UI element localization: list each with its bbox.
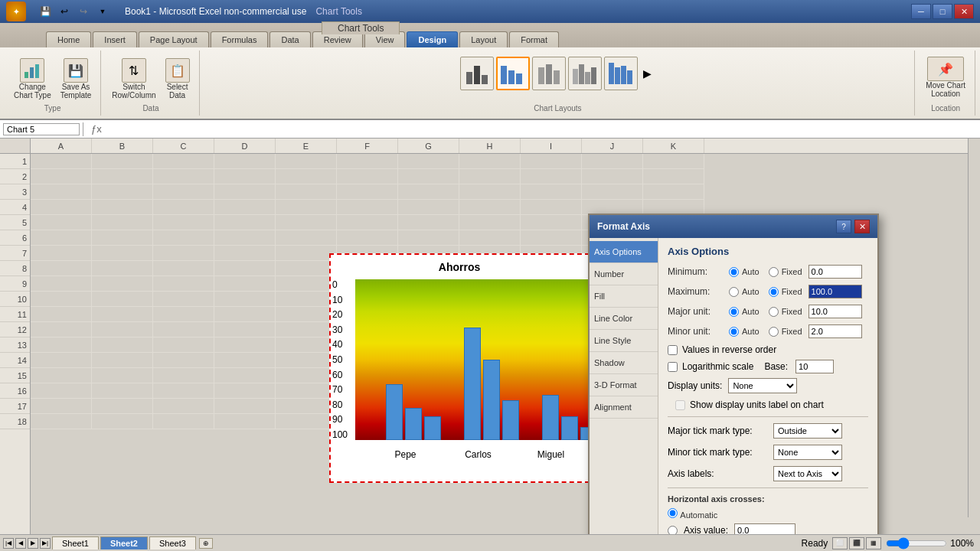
insert-sheet-btn[interactable]: ⊕ [199, 538, 213, 549]
minimum-auto-radio[interactable] [729, 267, 739, 277]
cell[interactable] [337, 230, 398, 246]
cell[interactable] [276, 322, 337, 337]
cell[interactable] [214, 169, 276, 184]
cell[interactable] [459, 154, 521, 169]
customize-qa-btn[interactable]: ▼ [94, 3, 111, 20]
cell[interactable] [582, 154, 643, 169]
cell[interactable] [214, 276, 276, 292]
cell[interactable] [337, 215, 398, 230]
maximize-button[interactable]: □ [933, 4, 952, 19]
maximum-auto-radio[interactable] [729, 287, 739, 297]
cell[interactable] [31, 169, 92, 184]
redo-btn[interactable]: ↪ [75, 3, 92, 20]
axis-value-input[interactable] [734, 523, 795, 534]
cell[interactable] [31, 322, 92, 337]
cell[interactable] [92, 169, 153, 184]
display-units-select[interactable]: None Hundreds Thousands Millions [728, 378, 797, 393]
zoom-slider[interactable] [886, 538, 947, 549]
cell[interactable] [398, 154, 459, 169]
cell[interactable] [31, 307, 92, 322]
cell[interactable] [92, 276, 153, 292]
cell[interactable] [459, 200, 521, 215]
sheet-last-btn[interactable]: ▶| [40, 538, 51, 549]
cell[interactable] [92, 230, 153, 246]
cell[interactable] [398, 169, 459, 184]
cell[interactable] [153, 307, 214, 322]
minimum-fixed-radio[interactable] [769, 267, 779, 277]
sidebar-item-axis-options[interactable]: Axis Options [590, 241, 658, 263]
cell[interactable] [276, 292, 337, 307]
cell[interactable] [214, 307, 276, 322]
undo-btn[interactable]: ↩ [56, 3, 73, 20]
cell[interactable] [92, 414, 153, 429]
minimize-button[interactable]: ─ [911, 4, 931, 19]
cell[interactable] [31, 276, 92, 292]
cell[interactable] [31, 215, 92, 230]
chart-layouts-scroll[interactable]: ▶ [640, 67, 655, 80]
tab-page-layout[interactable]: Page Layout [139, 31, 209, 47]
cell[interactable] [92, 353, 153, 368]
cell[interactable] [521, 215, 582, 230]
tab-data[interactable]: Data [270, 31, 310, 47]
cell[interactable] [31, 184, 92, 200]
office-logo[interactable]: ✦ [6, 2, 26, 21]
minor-auto-radio[interactable] [729, 327, 739, 337]
cell[interactable] [214, 184, 276, 200]
save-as-template-button[interactable]: 💾 Save AsTemplate [57, 57, 95, 101]
cell[interactable] [643, 184, 704, 200]
cell[interactable] [398, 230, 459, 246]
cell[interactable] [276, 307, 337, 322]
cell[interactable] [276, 154, 337, 169]
cell[interactable] [643, 169, 704, 184]
cell[interactable] [214, 292, 276, 307]
page-break-view-btn[interactable]: ▦ [866, 537, 881, 549]
cell[interactable] [31, 337, 92, 353]
log-base-input[interactable] [795, 360, 834, 373]
cell[interactable] [31, 200, 92, 215]
cell[interactable] [276, 399, 337, 414]
tab-design[interactable]: Design [407, 31, 458, 47]
cell[interactable] [459, 184, 521, 200]
sidebar-item-number[interactable]: Number [590, 263, 658, 285]
cell[interactable] [276, 184, 337, 200]
cell[interactable] [92, 322, 153, 337]
maximum-fixed-radio[interactable] [769, 287, 779, 297]
cell[interactable] [92, 200, 153, 215]
chart-container[interactable]: Ahorros 100 90 80 70 60 50 40 30 20 10 0 [329, 253, 590, 483]
cell[interactable] [153, 399, 214, 414]
dialog-help-button[interactable]: ? [836, 220, 851, 233]
sheet-tab-3[interactable]: Sheet3 [149, 536, 196, 549]
cell[interactable] [337, 169, 398, 184]
sidebar-item-line-color[interactable]: Line Color [590, 308, 658, 330]
minor-fixed-radio[interactable] [769, 327, 779, 337]
sidebar-item-fill[interactable]: Fill [590, 285, 658, 308]
formula-input[interactable] [106, 125, 977, 134]
cell[interactable] [153, 353, 214, 368]
cell[interactable] [276, 368, 337, 383]
sidebar-item-alignment[interactable]: Alignment [590, 396, 658, 419]
cell[interactable] [214, 200, 276, 215]
sidebar-item-3d-format[interactable]: 3-D Format [590, 374, 658, 396]
major-unit-value-input[interactable] [808, 305, 862, 318]
axis-labels-select[interactable]: Next to Axis High Low None [773, 466, 842, 481]
cell[interactable] [459, 215, 521, 230]
cell[interactable] [521, 184, 582, 200]
cell[interactable] [153, 368, 214, 383]
cell[interactable] [521, 230, 582, 246]
cell[interactable] [31, 399, 92, 414]
cell[interactable] [276, 200, 337, 215]
cell[interactable] [153, 292, 214, 307]
cell[interactable] [521, 169, 582, 184]
dialog-close-x-button[interactable]: ✕ [854, 220, 870, 233]
major-tick-select[interactable]: Outside Inside Cross None [773, 423, 842, 439]
chart-layout-1[interactable] [460, 57, 494, 90]
sidebar-item-line-style[interactable]: Line Style [590, 330, 658, 352]
cell[interactable] [92, 337, 153, 353]
cell[interactable] [153, 276, 214, 292]
maximum-value-input[interactable] [808, 285, 862, 298]
cell[interactable] [92, 399, 153, 414]
cell[interactable] [153, 154, 214, 169]
cell[interactable] [153, 337, 214, 353]
move-chart-button[interactable]: 📌 Move ChartLocation [923, 54, 969, 99]
cell[interactable] [337, 200, 398, 215]
